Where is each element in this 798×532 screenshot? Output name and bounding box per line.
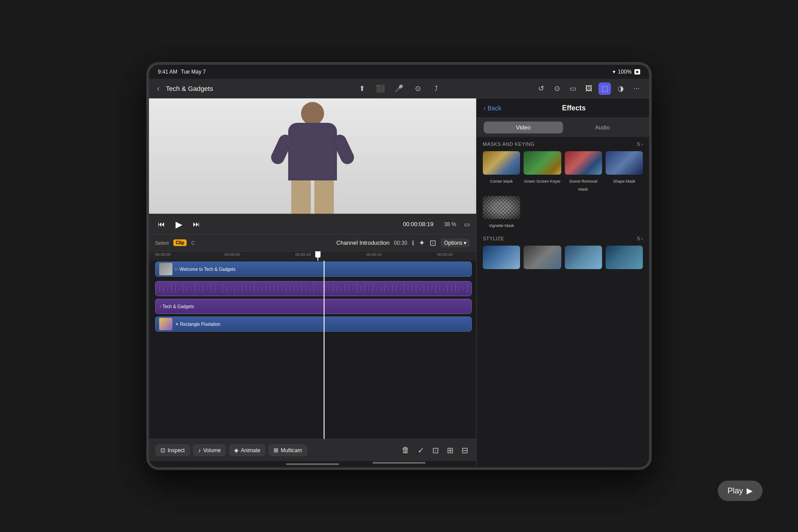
skip-forward-button[interactable]: ⏭: [190, 219, 203, 230]
info-icon[interactable]: ℹ: [412, 239, 414, 246]
battery-display: 100%: [618, 69, 632, 75]
list-item[interactable]: Vignette Mask: [483, 196, 520, 229]
upload-icon[interactable]: ⬆: [356, 82, 368, 95]
person-upper-body: [275, 125, 350, 180]
magic-icon[interactable]: ✦: [419, 238, 425, 248]
split-icon[interactable]: ⊡: [430, 444, 441, 457]
camera-icon[interactable]: ⬛: [374, 82, 387, 95]
timeline-header: Select Clip C Channel Introduction 00:30…: [149, 234, 476, 251]
list-item[interactable]: Shape Mask: [606, 151, 643, 192]
list-item[interactable]: Green Screen Keyer: [524, 151, 561, 192]
grid-icon[interactable]: ⊞: [445, 444, 455, 457]
masks-keying-grid: Corner Mask Green Screen Keyer Scene Rem…: [483, 151, 643, 229]
wifi-icon: ▾: [613, 69, 615, 75]
person-figure: [275, 102, 350, 214]
stylize-count[interactable]: 5 ›: [637, 236, 643, 241]
volume-icon: ♪: [198, 447, 201, 454]
skip-back-button[interactable]: ⏮: [155, 219, 168, 230]
scroll-indicator: [286, 463, 339, 465]
timeline-info: Channel Introduction 00:30 ℹ ✦ ⊡ Options…: [336, 238, 470, 248]
mic-icon[interactable]: 🎤: [393, 82, 405, 95]
masks-keying-section: MASKS AND KEYING 5 › Corner Mask: [483, 141, 643, 229]
volume-button[interactable]: ♪ Volume: [193, 444, 227, 456]
time-display: 9:41 AM: [158, 69, 177, 75]
photo-icon[interactable]: 🖼: [583, 82, 595, 95]
playback-controls: ⏮ ▶ ⏭ 00:00:08:19 38 % ▭: [149, 214, 476, 234]
audio-overlay-icon: ♪: [159, 304, 161, 309]
zoom-level: 38 %: [444, 221, 456, 227]
effect-track-icon: ★: [175, 322, 179, 326]
timeline-ruler: 00:00:00 00:00:05 00:00:10 00:00:15 00:0…: [149, 251, 476, 261]
tab-audio[interactable]: Audio: [563, 121, 642, 133]
list-item[interactable]: Corner Mask: [483, 151, 520, 192]
list-item[interactable]: [524, 246, 561, 271]
effects-back-button[interactable]: ‹ Back: [484, 105, 501, 112]
stylize-header: STYLIZE 5 ›: [483, 236, 643, 241]
play-icon: ▶: [747, 486, 753, 496]
list-item[interactable]: [483, 246, 520, 271]
video-track-clip[interactable]: ▷ Welcome to Tech & Gadgets: [155, 262, 472, 277]
effect-track[interactable]: ★ Rectangle Pixelation: [155, 317, 472, 332]
vignette-mask-thumb: [483, 196, 520, 219]
stylize2-thumb: [524, 246, 561, 269]
timecode-display: 00:00:08:19: [403, 221, 434, 227]
ruler-tick-4: 00:00:20: [437, 252, 453, 257]
stylize4-thumb: [606, 246, 643, 269]
toolbar-left: ‹ Tech & Gadgets: [155, 82, 350, 95]
green-screen-label: Green Screen Keyer: [524, 179, 560, 184]
person-head: [301, 102, 324, 125]
list-item[interactable]: Scene Removal Mask: [565, 151, 602, 192]
scene-removal-thumb: [565, 151, 602, 175]
status-bar: 9:41 AM Tue May 7 ▾ 100% ■: [149, 65, 649, 79]
effects-title: Effects: [506, 104, 642, 112]
screen-icon[interactable]: ▭: [567, 82, 579, 95]
back-button[interactable]: ‹: [155, 82, 161, 95]
trim-icon[interactable]: ⊡: [430, 238, 436, 248]
masks-keying-count[interactable]: 5 ›: [637, 141, 643, 147]
overlay-icon[interactable]: ⬚: [598, 82, 611, 95]
brightness-icon[interactable]: ◑: [614, 82, 627, 95]
person-left-leg: [291, 178, 311, 214]
more-icon[interactable]: ···: [630, 82, 643, 95]
stylize-grid: [483, 246, 643, 271]
list-item[interactable]: [606, 246, 643, 271]
ipad-frame: 9:41 AM Tue May 7 ▾ 100% ■ ‹ Tech & Gadg…: [146, 62, 652, 470]
project-title: Tech & Gadgets: [166, 85, 213, 92]
person-torso: [288, 123, 337, 180]
green-screen-thumb: [524, 151, 561, 175]
list-item[interactable]: [565, 246, 602, 271]
audio-waveform-track[interactable]: [155, 281, 472, 296]
ruler-tick-2: 00:00:10: [295, 252, 311, 257]
options-button[interactable]: Options ▾: [441, 239, 470, 247]
multicam-button[interactable]: ⊞ Multicam: [268, 444, 307, 456]
trim-right-icon[interactable]: ⊟: [460, 444, 470, 457]
aspect-ratio-icon[interactable]: ▭: [464, 221, 470, 228]
masks-keying-header: MASKS AND KEYING 5 ›: [483, 141, 643, 147]
multicam-icon: ⊞: [274, 447, 278, 454]
play-pause-button[interactable]: ▶: [173, 217, 185, 231]
inspect-button[interactable]: ⊡ Inspect: [155, 444, 190, 456]
effects-content: MASKS AND KEYING 5 › Corner Mask: [477, 137, 649, 467]
video-track-thumb: [159, 263, 172, 275]
target-icon[interactable]: ⊙: [411, 82, 424, 95]
playhead-handle[interactable]: [315, 251, 321, 258]
rewind-icon[interactable]: ↺: [535, 82, 547, 95]
corner-mask-thumb: [483, 151, 520, 175]
check-icon[interactable]: ✓: [416, 444, 426, 457]
delete-icon[interactable]: 🗑: [400, 444, 411, 457]
ruler-playhead[interactable]: [317, 251, 318, 261]
video-track-label: Welcome to Tech & Gadgets: [180, 267, 235, 272]
play-button[interactable]: Play ▶: [718, 481, 763, 501]
chevron-down-icon: ›: [641, 236, 643, 241]
bottom-toolbar: ⊡ Inspect ♪ Volume ◈ Animate ⊞ Multicam …: [149, 439, 476, 461]
tab-video[interactable]: Video: [484, 121, 563, 133]
select-label: Select: [155, 240, 169, 246]
clock-icon[interactable]: ⊙: [551, 82, 563, 95]
audio-overlay-track[interactable]: ♪ Tech & Gadgets: [155, 299, 472, 314]
main-area: ⏮ ▶ ⏭ 00:00:08:19 38 % ▭ Select Clip C C…: [149, 98, 649, 467]
main-toolbar: ‹ Tech & Gadgets ⬆ ⬛ 🎤 ⊙ ⤴ ↺ ⊙ ▭ 🖼 ⬚ ◑ ·…: [149, 79, 649, 98]
share-icon[interactable]: ⤴: [430, 82, 442, 95]
inspect-icon: ⊡: [160, 447, 165, 454]
masks-keying-title: MASKS AND KEYING: [483, 141, 535, 147]
animate-button[interactable]: ◈ Animate: [229, 444, 266, 456]
